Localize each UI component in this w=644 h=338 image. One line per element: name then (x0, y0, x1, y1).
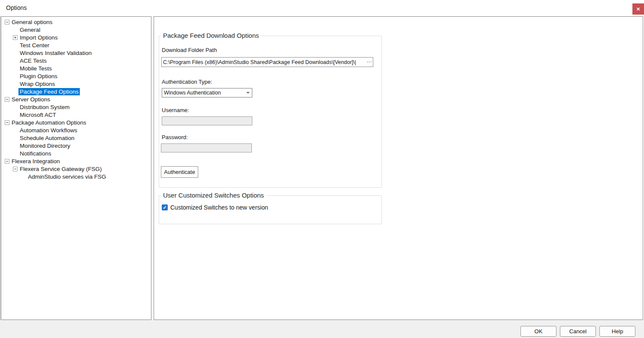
authentication-type-value: Windows Authentication (162, 90, 244, 96)
tree-item[interactable]: Package Automation Options (1, 119, 151, 126)
tree-item-label[interactable]: Plugin Options (18, 73, 59, 80)
tree-item[interactable]: Plugin Options (1, 72, 151, 80)
authentication-type-label: Authentication Type: (162, 79, 212, 85)
group-title: Package Feed Download Options (161, 32, 261, 39)
tree-item-label[interactable]: Microsoft ACT (18, 111, 57, 119)
collapse-icon[interactable] (5, 97, 9, 102)
tree-item[interactable]: General (1, 26, 151, 33)
options-tree: General optionsGeneralImport OptionsTest… (1, 16, 151, 320)
tree-item[interactable]: Server Options (1, 95, 151, 103)
tree-item[interactable]: Wrap Options (1, 80, 151, 88)
cancel-button[interactable]: Cancel (560, 326, 596, 337)
tree-item-label[interactable]: Package Feed Options (18, 88, 80, 95)
tree-item-label[interactable]: General options (10, 18, 54, 26)
collapse-icon[interactable] (13, 167, 18, 171)
password-field[interactable] (161, 143, 252, 152)
download-folder-path-input[interactable]: C:\Program Files (x86)\AdminStudio Share… (161, 57, 373, 67)
tree-item-label[interactable]: Flexera Service Gateway (FSG) (18, 165, 103, 173)
close-button[interactable]: ✕ (632, 3, 644, 15)
tree-item[interactable]: Package Feed Options (1, 88, 151, 95)
collapse-icon[interactable] (5, 20, 9, 24)
customized-switches-row[interactable]: ✓ Customized Switches to new version (162, 204, 268, 211)
tree-item-label[interactable]: Mobile Tests (18, 65, 53, 72)
expand-icon[interactable] (13, 35, 18, 40)
tree-item-label[interactable]: Import Options (18, 34, 59, 41)
customized-switches-label: Customized Switches to new version (170, 204, 268, 211)
collapse-icon[interactable] (5, 120, 9, 125)
chevron-down-icon (244, 92, 252, 94)
tree-item-label[interactable]: Windows Installer Validation (18, 49, 93, 57)
tree-item-label[interactable]: Monitored Directory (18, 142, 72, 149)
tree-item-label[interactable]: Wrap Options (18, 80, 56, 88)
customized-switches-checkbox[interactable]: ✓ (162, 204, 168, 210)
username-field[interactable] (162, 116, 252, 125)
tree-item[interactable]: Monitored Directory (1, 142, 151, 149)
tree-item[interactable]: Mobile Tests (1, 64, 151, 72)
tree-item-label[interactable]: General (18, 26, 42, 33)
tree-item[interactable]: ACE Tests (1, 57, 151, 64)
tree-item-label[interactable]: Server Options (10, 96, 51, 103)
password-label: Password: (162, 134, 188, 140)
tree-item[interactable]: Schedule Automation (1, 134, 151, 142)
tree-item[interactable]: Windows Installer Validation (1, 49, 151, 57)
tree-item-label[interactable]: ACE Tests (18, 57, 48, 64)
tree-item[interactable]: Import Options (1, 33, 151, 41)
tree-item-label[interactable]: AdminStudio services via FSG (27, 173, 107, 180)
tree-item-label[interactable]: Schedule Automation (18, 134, 76, 142)
tree-item[interactable]: Distribution System (1, 103, 151, 111)
tree-item[interactable]: Microsoft ACT (1, 111, 151, 119)
group-title: User Customized Switches Options (161, 192, 266, 199)
tree-item[interactable]: General options (1, 18, 151, 26)
download-folder-path-label: Download Folder Path (162, 47, 217, 53)
tree-item-label[interactable]: Notifications (18, 150, 53, 157)
tree-item[interactable]: Notifications (1, 149, 151, 157)
authentication-type-dropdown[interactable]: Windows Authentication (162, 88, 252, 97)
tree-item[interactable]: Test Center (1, 41, 151, 49)
tree-item-label[interactable]: Package Automation Options (10, 119, 88, 126)
collapse-icon[interactable] (5, 159, 9, 164)
tree-item[interactable]: Flexera Service Gateway (FSG) (1, 165, 151, 173)
ok-button[interactable]: OK (520, 326, 556, 337)
tree-item-label[interactable]: Automation Workflows (18, 127, 79, 134)
tree-item-label[interactable]: Test Center (18, 42, 51, 49)
tree-item-label[interactable]: Flexera Integration (10, 158, 61, 165)
tree-item[interactable]: Flexera Integration (1, 157, 151, 165)
browse-ellipsis-button[interactable]: ⋯ (366, 58, 373, 67)
tree-item[interactable]: Automation Workflows (1, 126, 151, 134)
close-icon: ✕ (636, 6, 640, 12)
window-left-border (0, 0, 0, 338)
authenticate-button[interactable]: Authenticate (161, 166, 198, 178)
tree-item[interactable]: AdminStudio services via FSG (1, 173, 151, 180)
window-title: Options (6, 4, 27, 11)
help-button[interactable]: Help (599, 326, 635, 337)
username-label: Username: (162, 107, 189, 113)
download-folder-path-value: C:\Program Files (x86)\AdminStudio Share… (162, 59, 366, 65)
titlebar: Options ✕ (0, 0, 644, 16)
tree-item-label[interactable]: Distribution System (18, 104, 71, 111)
